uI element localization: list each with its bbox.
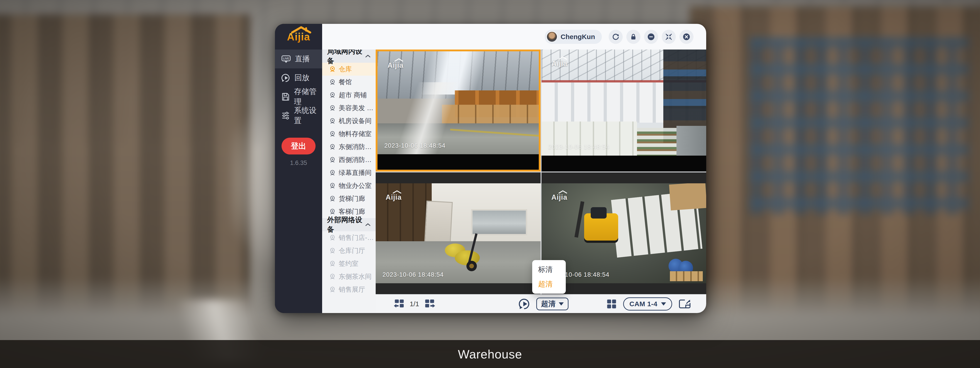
camera-icon bbox=[329, 169, 336, 176]
collapse-button[interactable] bbox=[662, 30, 676, 44]
camera-cell-4[interactable]: Aijia 2023-10-06 18:48:54 bbox=[541, 173, 706, 294]
camera-cell-3[interactable]: Aijia 2023-10-06 18:48:54 bbox=[375, 173, 541, 294]
camera-icon bbox=[329, 156, 336, 163]
quality-option-sd[interactable]: 标清 bbox=[532, 262, 566, 277]
main-area: Aijia 2023-10-06 18:48:54 Aijia bbox=[375, 50, 706, 313]
device-item[interactable]: 东侧茶水间 bbox=[322, 270, 375, 283]
chevron-up-icon bbox=[365, 54, 371, 58]
refresh-button[interactable] bbox=[609, 30, 623, 44]
lock-button[interactable] bbox=[626, 30, 640, 44]
watermark-roof-icon bbox=[394, 58, 403, 62]
collapse-icon bbox=[665, 33, 672, 40]
grid-prev-icon bbox=[393, 299, 405, 309]
device-item[interactable]: 东侧消防通道 bbox=[322, 141, 375, 153]
page-indicator: 1/1 bbox=[410, 300, 419, 308]
sidebar-item-settings[interactable]: 系统设置 bbox=[275, 106, 322, 125]
chevron-up-icon bbox=[365, 223, 371, 227]
camera-icon bbox=[329, 234, 336, 241]
device-group-lan-header[interactable]: 局域网内设备 bbox=[322, 50, 375, 63]
device-item[interactable]: 美容美发 健身房 bbox=[322, 102, 375, 115]
watermark: Aijia bbox=[387, 61, 403, 69]
fullscreen-icon bbox=[679, 299, 691, 309]
device-item[interactable]: 超市 商铺 bbox=[322, 89, 375, 102]
camera-icon bbox=[329, 78, 336, 86]
device-item[interactable]: 物料存储室 bbox=[322, 128, 375, 141]
camera-icon bbox=[329, 286, 336, 293]
timestamp: 2023-10-06 18:48:54 bbox=[548, 144, 609, 150]
watermark-roof-icon bbox=[558, 56, 567, 60]
device-item[interactable]: 签约室 bbox=[322, 257, 375, 270]
avatar bbox=[546, 31, 557, 42]
window-topbar: ChengKun bbox=[322, 24, 706, 50]
camera-grid: Aijia 2023-10-06 18:48:54 Aijia bbox=[375, 50, 706, 294]
quality-option-uhd[interactable]: 超清 bbox=[532, 277, 566, 291]
camera-icon bbox=[329, 260, 336, 267]
camera-icon bbox=[329, 182, 336, 189]
close-button[interactable] bbox=[679, 30, 694, 44]
grid-layout-icon bbox=[606, 299, 617, 309]
playback-icon bbox=[281, 74, 290, 82]
sidebar-item-storage[interactable]: 存储管理 bbox=[275, 87, 322, 106]
camera-video-4: Aijia 2023-10-06 18:48:54 bbox=[541, 183, 706, 283]
version-label: 1.6.35 bbox=[290, 160, 307, 166]
close-icon bbox=[682, 33, 690, 41]
prev-page-button[interactable] bbox=[393, 299, 405, 309]
camera-cell-1[interactable]: Aijia 2023-10-06 18:48:54 bbox=[375, 50, 541, 171]
sidebar-item-playback[interactable]: 回放 bbox=[275, 68, 322, 87]
player-toolbar: 1/1 bbox=[375, 294, 706, 313]
caret-down-icon bbox=[661, 302, 666, 306]
refresh-icon bbox=[612, 33, 619, 41]
grid-layout-button[interactable] bbox=[606, 299, 617, 309]
device-item[interactable]: 西侧消防通道 bbox=[322, 153, 375, 166]
camera-icon bbox=[329, 104, 336, 112]
quality-dropdown[interactable]: 超清 bbox=[536, 298, 568, 310]
camera-cell-2[interactable]: Aijia 2023-10-06 18:48:54 bbox=[541, 50, 706, 171]
timestamp: 2023-10-06 18:48:54 bbox=[384, 142, 445, 149]
replay-button[interactable] bbox=[519, 298, 530, 310]
timestamp: 2023-10-06 18:48:54 bbox=[382, 271, 444, 278]
lock-icon bbox=[630, 33, 637, 40]
minimize-icon bbox=[647, 33, 655, 41]
device-item[interactable]: 货梯门廊 bbox=[322, 192, 375, 205]
user-name: ChengKun bbox=[560, 33, 595, 41]
camera-icon bbox=[329, 247, 336, 254]
device-item[interactable]: 销售展厅 bbox=[322, 283, 375, 296]
camera-select-dropdown[interactable]: CAM 1-4 bbox=[623, 298, 672, 310]
device-item[interactable]: 机房设备间 bbox=[322, 115, 375, 128]
sidebar-item-label: 系统设置 bbox=[294, 106, 322, 126]
minimize-button[interactable] bbox=[644, 30, 658, 44]
device-item[interactable]: 绿幕直播间 bbox=[322, 166, 375, 179]
watermark: Aijia bbox=[552, 193, 567, 202]
device-group-external-header[interactable]: 外部网络设备 bbox=[322, 218, 375, 231]
storage-icon bbox=[281, 93, 290, 101]
caption-band: Warehouse bbox=[0, 340, 980, 368]
settings-icon bbox=[281, 111, 290, 120]
sidebar-nav: LIVE 直播 回放 存储管理 bbox=[275, 50, 322, 125]
fullscreen-button[interactable] bbox=[679, 299, 691, 309]
svg-text:LIVE: LIVE bbox=[283, 57, 289, 60]
sidebar-item-live[interactable]: LIVE 直播 bbox=[275, 50, 322, 68]
camera-icon bbox=[329, 195, 336, 202]
sidebar-item-label: 回放 bbox=[294, 73, 309, 83]
logo-roof-icon bbox=[290, 26, 312, 34]
user-account[interactable]: ChengKun bbox=[545, 30, 602, 44]
watermark: Aijia bbox=[552, 59, 567, 68]
sidebar-item-label: 存储管理 bbox=[294, 86, 322, 107]
grid-next-icon bbox=[424, 299, 436, 309]
camera-icon bbox=[329, 273, 336, 280]
quality-menu: 标清 超清 bbox=[532, 260, 566, 294]
camera-icon bbox=[329, 130, 336, 138]
logout-button[interactable]: 登出 bbox=[282, 138, 315, 154]
camera-icon bbox=[329, 143, 336, 150]
app-logo: Aijia bbox=[275, 24, 322, 50]
app-window: Aijia LIVE 直播 回放 bbox=[275, 24, 706, 313]
caption-text: Warehouse bbox=[458, 347, 522, 361]
next-page-button[interactable] bbox=[424, 299, 436, 309]
watermark: Aijia bbox=[386, 193, 401, 202]
camera-icon bbox=[329, 91, 336, 99]
camera-video-2: Aijia 2023-10-06 18:48:54 bbox=[541, 50, 706, 155]
device-item[interactable]: 餐馆 bbox=[322, 76, 375, 89]
device-item[interactable]: 物业办公室 bbox=[322, 179, 375, 192]
device-item[interactable]: 仓库门厅 bbox=[322, 244, 375, 257]
replay-icon bbox=[519, 298, 530, 310]
